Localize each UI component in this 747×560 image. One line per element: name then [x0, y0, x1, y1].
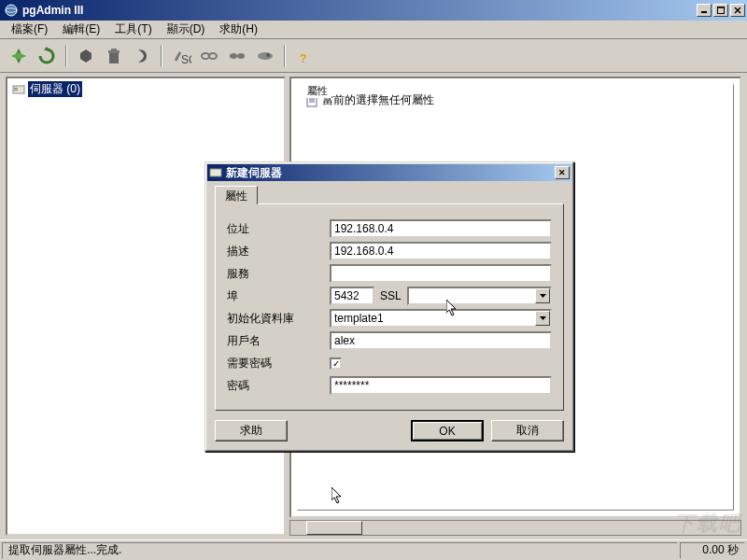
filter-button[interactable] — [224, 43, 250, 69]
refresh-button[interactable] — [34, 43, 60, 69]
svg-point-18 — [237, 53, 245, 59]
maximize-button[interactable] — [713, 4, 728, 17]
app-icon — [4, 3, 19, 18]
username-input[interactable] — [330, 331, 552, 350]
ok-button[interactable]: OK — [411, 420, 484, 441]
menubar: 檔案(F) 編輯(E) 工具(T) 顯示(D) 求助(H) — [0, 21, 747, 39]
service-input[interactable] — [330, 264, 552, 283]
tree-root-label: 伺服器 (0) — [28, 81, 82, 97]
dialog-icon — [209, 166, 222, 179]
status-time: 0.00 秒 — [680, 542, 745, 559]
statusbar: 提取伺服器屬性...完成. 0.00 秒 — [0, 539, 747, 560]
help-button[interactable]: ? — [291, 43, 317, 69]
svg-point-17 — [230, 53, 237, 59]
label-username: 用戶名 — [227, 333, 330, 349]
label-ssl: SSL — [380, 289, 402, 302]
initdb-combo[interactable]: template1 — [330, 309, 552, 328]
dialog-close-button[interactable]: ✕ — [555, 166, 570, 179]
password-input[interactable] — [330, 376, 552, 395]
sql-button[interactable]: SQL — [168, 43, 194, 69]
create-button[interactable] — [129, 43, 155, 69]
menu-edit[interactable]: 編輯(E) — [55, 20, 107, 39]
description-input[interactable] — [330, 242, 552, 260]
label-initdb: 初始化資料庫 — [227, 311, 330, 327]
svg-marker-8 — [11, 52, 26, 60]
dialog-titlebar[interactable]: 新建伺服器 ✕ — [207, 164, 571, 181]
svg-marker-10 — [80, 49, 92, 63]
minimize-button[interactable] — [697, 4, 712, 17]
horizontal-scrollbar[interactable] — [289, 520, 741, 536]
dialog-title: 新建伺服器 — [226, 165, 555, 181]
tab-properties[interactable]: 屬性 — [215, 186, 258, 204]
properties-legend: 屬性 — [303, 84, 331, 98]
svg-rect-12 — [108, 50, 120, 53]
label-password: 密碼 — [227, 378, 330, 394]
need-password-checkbox[interactable]: ✓ — [330, 357, 342, 370]
svg-marker-31 — [540, 316, 546, 320]
label-description: 描述 — [227, 244, 330, 259]
query-button[interactable] — [252, 43, 278, 69]
menu-display[interactable]: 顯示(D) — [160, 20, 213, 39]
label-service: 服務 — [227, 266, 330, 282]
status-message: 提取伺服器屬性...完成. — [2, 542, 678, 559]
toolbar-separator — [65, 45, 67, 67]
svg-point-19 — [258, 52, 273, 60]
menu-help[interactable]: 求助(H) — [212, 20, 265, 39]
port-input[interactable] — [330, 287, 374, 305]
svg-rect-11 — [109, 53, 119, 63]
label-need-password: 需要密碼 — [227, 356, 330, 371]
svg-rect-13 — [111, 49, 117, 50]
scrollbar-thumb[interactable] — [306, 521, 362, 535]
chevron-down-icon[interactable] — [535, 311, 550, 326]
tree-root-servers[interactable]: 伺服器 (0) — [7, 80, 284, 98]
help-button[interactable]: 求助 — [215, 420, 288, 441]
properties-empty-text: 當前的選擇無任何屬性 — [322, 92, 434, 108]
chevron-down-icon[interactable] — [535, 288, 550, 303]
svg-point-15 — [202, 53, 209, 59]
menu-tools[interactable]: 工具(T) — [107, 20, 159, 39]
toolbar-separator — [161, 45, 162, 67]
svg-point-20 — [266, 53, 270, 57]
window-titlebar: pgAdmin III — [0, 0, 747, 21]
new-connection-button[interactable] — [6, 43, 32, 69]
svg-text:SQL: SQL — [181, 53, 191, 66]
close-button[interactable] — [730, 4, 745, 17]
menu-file[interactable]: 檔案(F) — [4, 20, 55, 39]
svg-rect-23 — [14, 88, 18, 89]
new-server-dialog: 新建伺服器 ✕ 屬性 位址 描述 服務 — [204, 161, 574, 452]
svg-rect-24 — [14, 90, 18, 91]
properties-button[interactable] — [73, 43, 99, 69]
cancel-button[interactable]: 取消 — [491, 420, 564, 441]
address-input[interactable] — [330, 219, 552, 238]
svg-point-0 — [6, 5, 17, 16]
window-title: pgAdmin III — [22, 4, 697, 17]
svg-marker-30 — [540, 294, 546, 298]
initdb-value: template1 — [331, 312, 535, 325]
delete-button[interactable] — [101, 43, 127, 69]
servers-icon — [12, 83, 25, 96]
toolbar-separator — [284, 45, 286, 67]
ssl-combo[interactable] — [407, 287, 552, 305]
label-address: 位址 — [227, 221, 330, 237]
label-port: 埠 — [227, 288, 330, 304]
view-data-button[interactable] — [196, 43, 222, 69]
svg-rect-29 — [210, 169, 221, 176]
svg-point-16 — [209, 53, 217, 59]
toolbar: SQL ? — [0, 39, 747, 73]
svg-text:?: ? — [300, 52, 306, 65]
